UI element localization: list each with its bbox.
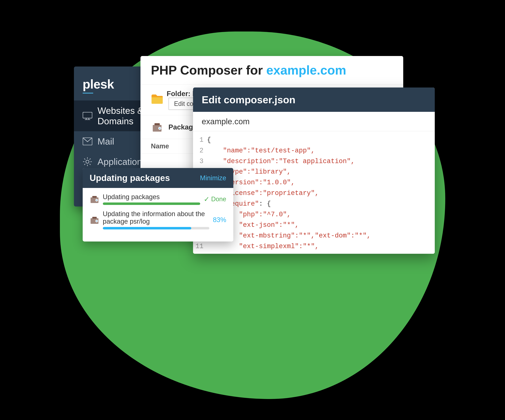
svg-rect-0 — [83, 112, 92, 118]
logo-text: plesk — [83, 77, 114, 91]
progress-row-1: Updating packages ✓ Done — [90, 193, 226, 205]
svg-point-5 — [86, 160, 89, 163]
code-line-2: 2 "name":"test/test-app", — [193, 145, 435, 156]
sidebar-label-applications: Applications — [98, 156, 147, 167]
progress-row-2: Updating the information about the packa… — [90, 210, 226, 229]
progress-label-1: Updating packages — [103, 193, 200, 201]
pkg-icon-1 — [90, 194, 99, 204]
progress-bar-1 — [103, 203, 200, 205]
updating-title: Updating packages — [90, 173, 170, 183]
folder-icon-composer — [151, 94, 163, 106]
edit-json-header: Edit composer.json — [193, 87, 435, 112]
composer-title: PHP Composer for example.com — [151, 63, 393, 77]
edit-json-title: Edit composer.json — [202, 94, 296, 105]
gear-icon — [83, 157, 92, 167]
progress-status-1: ✓ Done — [204, 195, 226, 203]
svg-point-25 — [96, 200, 97, 201]
done-label: Done — [211, 196, 226, 203]
code-line-3: 3 "description":"Test application", — [193, 156, 435, 167]
code-line-11: 11 "ext-simplexml":"*", — [193, 241, 435, 252]
sidebar-label-mail: Mail — [98, 136, 114, 147]
logo-underline — [83, 93, 93, 93]
scene: plesk Websites & Domains — [42, 18, 463, 402]
edit-domain-value: example.com — [202, 117, 250, 126]
composer-header: PHP Composer for example.com — [140, 56, 403, 85]
progress-info-2: Updating the information about the packa… — [103, 210, 209, 229]
edit-json-domain: example.com — [193, 112, 435, 131]
table-col-name: Name — [151, 142, 169, 150]
updating-header: Updating packages Minimize — [83, 168, 233, 188]
updating-panel: Updating packages Minimize Updating pack… — [83, 168, 233, 241]
composer-domain[interactable]: example.com — [266, 63, 346, 77]
updating-body: Updating packages ✓ Done — [83, 188, 233, 240]
svg-point-21 — [159, 128, 160, 129]
progress-bar-2 — [103, 227, 209, 229]
svg-rect-23 — [92, 196, 97, 198]
composer-title-prefix: PHP Composer for — [151, 63, 266, 77]
progress-label-2: Updating the information about the packa… — [103, 210, 209, 225]
svg-rect-19 — [154, 123, 160, 125]
mail-icon — [83, 137, 92, 146]
package-icon — [151, 121, 163, 134]
progress-pct-2: 83% — [213, 216, 226, 224]
minimize-button[interactable]: Minimize — [200, 174, 226, 182]
progress-fill-2 — [103, 227, 191, 229]
svg-point-29 — [96, 220, 97, 222]
svg-rect-27 — [92, 217, 97, 219]
progress-fill-1 — [103, 203, 200, 205]
monitor-icon — [83, 111, 92, 121]
check-icon: ✓ — [204, 195, 210, 203]
code-line-12: 12 "psr/log":"^1.1", — [193, 252, 435, 254]
code-line-1: 1 { — [193, 135, 435, 145]
progress-info-1: Updating packages — [103, 193, 200, 205]
pkg-icon-2 — [90, 215, 99, 225]
